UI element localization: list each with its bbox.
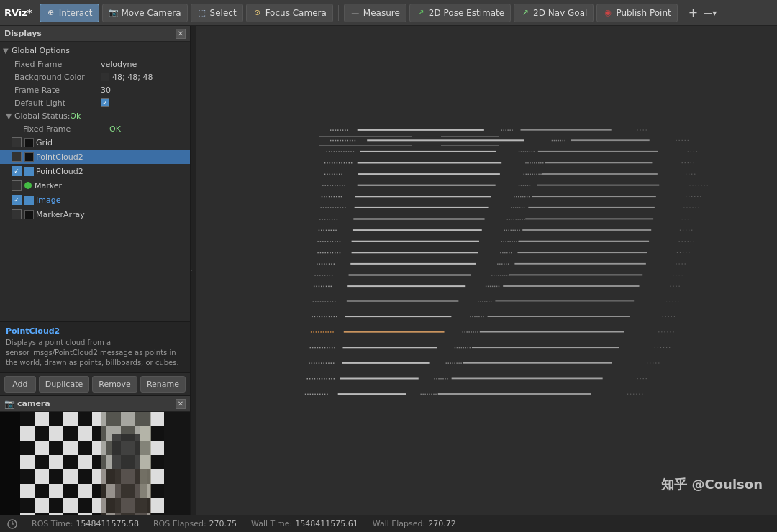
image-panel-close-btn[interactable]: ✕ bbox=[176, 399, 186, 409]
select-icon: ⬚ bbox=[197, 8, 207, 18]
pointcloud2-2-label: PointCloud2 bbox=[36, 167, 83, 176]
ros-elapsed-label: ROS Elapsed: bbox=[153, 519, 206, 528]
ros-time-label: ROS Time: bbox=[32, 519, 73, 528]
nav-goal-icon: ↗ bbox=[520, 8, 530, 18]
markerarray-label: MarkerArray bbox=[36, 210, 85, 219]
select-button[interactable]: ⬚ Select bbox=[191, 4, 243, 22]
image-panel: 📷 camera ✕ bbox=[0, 396, 190, 515]
wall-elapsed-value: 270.72 bbox=[428, 519, 456, 528]
publish-point-button[interactable]: ◉ Publish Point bbox=[596, 4, 677, 22]
bg-color-value: 48; 48; 48 bbox=[112, 73, 153, 82]
image-checkbox[interactable] bbox=[12, 195, 22, 205]
tree-item-pointcloud2-1[interactable]: PointCloud2 bbox=[0, 150, 190, 164]
status-ros-elapsed: ROS Elapsed: 270.75 bbox=[153, 519, 237, 528]
camera-view bbox=[0, 412, 190, 515]
add-panel-button[interactable]: + bbox=[689, 6, 698, 19]
tree-section: ▼ Global Options Fixed Frame velodyne Ba… bbox=[0, 42, 190, 223]
frame-rate-value: 30 bbox=[101, 86, 111, 95]
fixed-frame-value: velodyne bbox=[101, 60, 137, 69]
marker-label: Marker bbox=[35, 181, 62, 191]
pointcloud-canvas bbox=[196, 26, 777, 515]
bg-color-swatch[interactable] bbox=[101, 73, 109, 81]
rename-button[interactable]: Rename bbox=[140, 376, 186, 393]
global-status-value: Ok bbox=[70, 111, 81, 121]
add-button[interactable]: Add bbox=[4, 376, 36, 393]
display-panel-header: Displays ✕ bbox=[0, 26, 190, 42]
pose-estimate-icon: ↗ bbox=[416, 8, 426, 18]
image-panel-title: camera bbox=[17, 399, 50, 408]
left-panel: Displays ✕ ▼ Global Options Fixed Frame … bbox=[0, 26, 191, 515]
publish-point-icon: ◉ bbox=[603, 8, 613, 18]
clock-icon bbox=[7, 519, 17, 529]
grid-label: Grid bbox=[36, 138, 53, 147]
ros-elapsed-value: 270.75 bbox=[209, 519, 237, 528]
tree-item-grid[interactable]: Grid bbox=[0, 135, 190, 150]
wall-time-label: Wall Time: bbox=[251, 519, 292, 528]
tree-item-global-options[interactable]: ▼ Global Options bbox=[0, 43, 190, 58]
markerarray-checkbox[interactable] bbox=[12, 209, 22, 219]
focus-camera-button[interactable]: ⊙ Focus Camera bbox=[246, 4, 333, 22]
move-camera-button[interactable]: 📷 Move Camera bbox=[102, 4, 188, 22]
status-fixed-frame-label: Fixed Frame bbox=[23, 124, 109, 134]
pointcloud2-1-label: PointCloud2 bbox=[36, 152, 83, 162]
tooltip-panel: PointCloud2 Displays a point cloud from … bbox=[0, 321, 190, 373]
global-status-label: Global Status: bbox=[14, 111, 70, 121]
toolbar-separator-2 bbox=[683, 5, 683, 21]
toolbar: RViz* ⊕ Interact 📷 Move Camera ⬚ Select … bbox=[0, 0, 777, 26]
options-fixed-frame: Fixed Frame velodyne bbox=[0, 58, 190, 70]
duplicate-button[interactable]: Duplicate bbox=[39, 376, 89, 393]
measure-button[interactable]: — Measure bbox=[344, 4, 406, 22]
remove-button[interactable]: Remove bbox=[92, 376, 137, 393]
expand-icon-global-options: ▼ bbox=[3, 47, 12, 55]
expand-icon-global-status: ▼ bbox=[6, 111, 14, 121]
grid-color bbox=[24, 138, 34, 147]
status-fixed-frame-value: OK bbox=[109, 124, 121, 134]
status-ros-time: ROS Time: 1548411575.58 bbox=[32, 519, 139, 528]
image-label: Image bbox=[36, 196, 60, 205]
pose-estimate-button[interactable]: ↗ 2D Pose Estimate bbox=[409, 4, 511, 22]
default-light-checkbox[interactable]: ✓ bbox=[101, 98, 109, 107]
panel-splitter[interactable]: ⋮ bbox=[191, 26, 196, 515]
tree-item-image[interactable]: Image bbox=[0, 193, 190, 207]
measure-icon: — bbox=[350, 8, 360, 18]
focus-camera-icon: ⊙ bbox=[253, 8, 263, 18]
wall-time-value: 1548411575.61 bbox=[295, 519, 358, 528]
toolbar-menu-button[interactable]: —▾ bbox=[704, 8, 717, 18]
pointcloud2-1-color bbox=[24, 152, 34, 162]
grid-checkbox[interactable] bbox=[12, 137, 22, 147]
options-default-light: Default Light ✓ bbox=[0, 96, 190, 109]
camera-panel-icon: 📷 bbox=[4, 399, 14, 409]
camera-canvas bbox=[0, 412, 190, 515]
tree-item-markerarray[interactable]: MarkerArray bbox=[0, 207, 190, 221]
tree-item-pointcloud2-2[interactable]: PointCloud2 bbox=[0, 164, 190, 178]
fixed-frame-label: Fixed Frame bbox=[14, 60, 101, 69]
status-wall-time: Wall Time: 1548411575.61 bbox=[251, 519, 358, 528]
bg-color-label: Background Color bbox=[14, 73, 101, 82]
3d-viewport[interactable]: 知乎 @Coulson bbox=[196, 26, 777, 515]
pointcloud2-2-checkbox[interactable] bbox=[12, 166, 22, 176]
options-frame-rate: Frame Rate 30 bbox=[0, 83, 190, 96]
move-camera-icon: 📷 bbox=[109, 8, 119, 18]
tree-item-global-status[interactable]: ▼ Global Status: Ok bbox=[0, 109, 190, 122]
main-content: Displays ✕ ▼ Global Options Fixed Frame … bbox=[0, 26, 777, 515]
nav-goal-button[interactable]: ↗ 2D Nav Goal bbox=[514, 4, 594, 22]
tooltip-text: Displays a point cloud from a sensor_msg… bbox=[6, 338, 184, 368]
markerarray-color bbox=[24, 210, 34, 219]
display-panel-close-btn[interactable]: ✕ bbox=[176, 29, 186, 39]
pointcloud2-1-checkbox[interactable] bbox=[12, 152, 22, 162]
button-row: Add Duplicate Remove Rename bbox=[0, 373, 190, 396]
marker-checkbox[interactable] bbox=[12, 180, 22, 191]
interact-button[interactable]: ⊕ Interact bbox=[40, 4, 99, 22]
tooltip-title: PointCloud2 bbox=[6, 326, 184, 336]
app-title: RViz* bbox=[4, 7, 32, 18]
status-bar: ROS Time: 1548411575.58 ROS Elapsed: 270… bbox=[0, 515, 777, 532]
ros-time-value: 1548411575.58 bbox=[76, 519, 138, 528]
marker-icon bbox=[24, 182, 32, 189]
image-color bbox=[24, 196, 34, 205]
pointcloud2-2-color bbox=[24, 167, 34, 176]
display-panel-title: Displays bbox=[4, 29, 42, 38]
tree-item-marker[interactable]: Marker bbox=[0, 178, 190, 193]
image-panel-header: 📷 camera ✕ bbox=[0, 396, 190, 412]
interact-icon: ⊕ bbox=[46, 8, 56, 18]
global-options-label: Global Options bbox=[12, 46, 70, 55]
